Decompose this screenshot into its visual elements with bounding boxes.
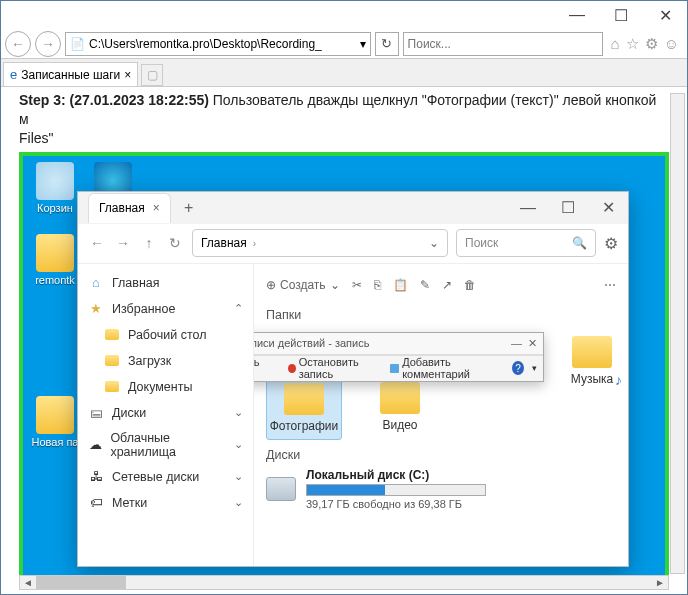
explorer-tab[interactable]: Главная ×: [88, 193, 171, 223]
more-icon[interactable]: ⋯: [604, 278, 616, 292]
folder-novaya[interactable]: Новая па: [27, 396, 83, 448]
psr-help-icon[interactable]: ?: [512, 361, 524, 375]
screenshot-desktop: Корзин remontk Новая па Главная × +: [19, 152, 669, 585]
refresh-button[interactable]: ↻: [375, 32, 399, 56]
chevron-down-icon[interactable]: ⌄: [429, 236, 439, 250]
copy-icon[interactable]: ⎘: [374, 278, 381, 292]
explorer-main: ⊕ Создать ⌄ ✂ ⎘ 📋 ✎ ↗ 🗑 ⋯ Папки: [254, 264, 628, 566]
settings-icon[interactable]: ⚙: [604, 234, 618, 253]
sidebar-tags[interactable]: 🏷Метки⌄: [78, 490, 253, 516]
new-explorer-tab[interactable]: +: [177, 196, 201, 220]
sidebar-favorites[interactable]: ★Избранное⌃: [78, 296, 253, 322]
psr-comment-button[interactable]: Добавить комментарий: [390, 356, 504, 380]
file-icon: 📄: [70, 37, 85, 51]
sidebar-cloud[interactable]: ☁Облачные хранилища⌄: [78, 426, 253, 464]
file-explorer-window: Главная × + — ☐ ✕ ← → ↑ ↻ Г: [77, 191, 629, 567]
close-icon[interactable]: ×: [153, 201, 160, 215]
rename-icon[interactable]: ✎: [420, 278, 430, 292]
folder-music[interactable]: Музыка: [564, 336, 620, 386]
psr-title-text: Средство записи действий - запись: [254, 337, 369, 349]
home-icon[interactable]: ⌂: [611, 35, 620, 53]
section-drives: Диски: [266, 448, 616, 462]
close-tab-icon[interactable]: ×: [124, 68, 131, 82]
new-tab-button[interactable]: ▢: [141, 64, 163, 86]
psr-pause-button[interactable]: Приостановить запись: [254, 356, 280, 380]
folder-photos[interactable]: Фотографии: [266, 376, 342, 440]
window-close[interactable]: ✕: [643, 1, 687, 29]
address-input[interactable]: [89, 37, 356, 51]
address-bar[interactable]: 📄 ▾: [65, 32, 371, 56]
sidebar-drives[interactable]: 🖴Диски⌄: [78, 400, 253, 426]
nav-up-icon[interactable]: ↑: [140, 235, 158, 251]
nav-back-icon[interactable]: ←: [88, 235, 106, 251]
create-button[interactable]: ⊕ Создать ⌄: [266, 278, 340, 292]
psr-close[interactable]: ✕: [528, 337, 537, 350]
dropdown-icon[interactable]: ▾: [360, 37, 366, 51]
nav-forward-icon[interactable]: →: [114, 235, 132, 251]
disk-c[interactable]: Локальный диск (C:) 39,17 ГБ свободно из…: [266, 468, 616, 510]
ie-toolbar: ← → 📄 ▾ ↻ ⌂ ☆ ⚙ ☺: [1, 29, 687, 59]
breadcrumb[interactable]: Главная › ⌄: [192, 229, 448, 257]
sidebar-desktop[interactable]: Рабочий стол: [78, 322, 253, 348]
ie-icon: e: [10, 67, 17, 82]
feedback-icon[interactable]: ☺: [664, 35, 679, 53]
chevron-right-icon: ›: [253, 238, 256, 249]
search-icon: 🔍: [572, 236, 587, 250]
explorer-close[interactable]: ✕: [588, 193, 628, 223]
folder-remontka[interactable]: remontk: [27, 234, 83, 286]
recycle-bin-icon[interactable]: Корзин: [27, 162, 83, 214]
tools-icon[interactable]: ⚙: [645, 35, 658, 53]
section-folders: Папки: [266, 308, 616, 322]
folder-video[interactable]: Видео: [362, 376, 438, 440]
sidebar-downloads[interactable]: Загрузк: [78, 348, 253, 374]
back-button[interactable]: ←: [5, 31, 31, 57]
search-box[interactable]: [403, 32, 603, 56]
sidebar-network[interactable]: 🖧Сетевые диски⌄: [78, 464, 253, 490]
window-titlebar: — ☐ ✕: [1, 1, 687, 29]
sidebar-home[interactable]: ⌂Главная: [78, 270, 253, 296]
favorites-icon[interactable]: ☆: [626, 35, 639, 53]
explorer-search[interactable]: Поиск 🔍: [456, 229, 596, 257]
delete-icon[interactable]: 🗑: [464, 278, 476, 292]
sidebar-documents[interactable]: Документы: [78, 374, 253, 400]
forward-button[interactable]: →: [35, 31, 61, 57]
vertical-scrollbar[interactable]: [670, 93, 685, 574]
step-description: Step 3: (27.01.2023 18:22:55) Пользовате…: [19, 91, 669, 148]
psr-minimize[interactable]: —: [511, 337, 522, 350]
share-icon[interactable]: ↗: [442, 278, 452, 292]
horizontal-scrollbar[interactable]: ◄►: [19, 575, 669, 590]
browser-tab[interactable]: e Записанные шаги ×: [3, 62, 138, 86]
explorer-minimize[interactable]: —: [508, 193, 548, 223]
drive-icon: [266, 477, 296, 501]
explorer-sidebar: ⌂Главная ★Избранное⌃ Рабочий стол Загруз…: [78, 264, 254, 566]
search-input[interactable]: [408, 37, 598, 51]
psr-stop-button[interactable]: Остановить запись: [288, 356, 382, 380]
psr-window: 🪟 Средство записи действий - запись —✕ П…: [254, 332, 544, 382]
tab-title: Записанные шаги: [21, 68, 120, 82]
window-minimize[interactable]: —: [555, 1, 599, 29]
window-maximize[interactable]: ☐: [599, 1, 643, 29]
paste-icon[interactable]: 📋: [393, 278, 408, 292]
cut-icon[interactable]: ✂: [352, 278, 362, 292]
tab-bar: e Записанные шаги × ▢: [1, 59, 687, 87]
nav-refresh-icon[interactable]: ↻: [166, 235, 184, 251]
explorer-maximize[interactable]: ☐: [548, 193, 588, 223]
